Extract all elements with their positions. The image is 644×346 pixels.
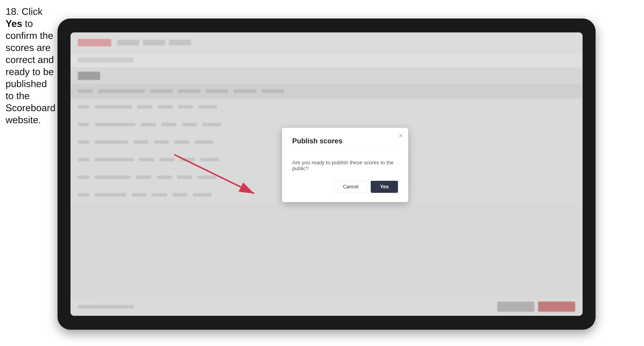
close-button[interactable]: × — [399, 133, 402, 139]
modal-overlay: × Publish scores Are you ready to publis… — [70, 32, 582, 316]
cancel-button[interactable]: Cancel — [334, 181, 367, 193]
instruction-bold: Yes — [6, 18, 22, 29]
instruction-after: to confirm the scores are correct and re… — [6, 18, 56, 125]
dialog-title: Publish scores — [292, 137, 398, 145]
instruction-text: 18. Click Yes to confirm the scores are … — [6, 5, 58, 126]
instruction-number: 18. — [6, 6, 19, 17]
tablet-screen: × Publish scores Are you ready to publis… — [70, 32, 582, 316]
yes-button[interactable]: Yes — [371, 181, 398, 193]
instruction-before-bold: Click — [22, 6, 43, 17]
dialog-message: Are you ready to publish these scores to… — [292, 160, 398, 172]
publish-scores-dialog: × Publish scores Are you ready to publis… — [282, 128, 408, 202]
tablet-device: × Publish scores Are you ready to publis… — [58, 18, 596, 330]
dialog-actions: Cancel Yes — [292, 181, 398, 193]
